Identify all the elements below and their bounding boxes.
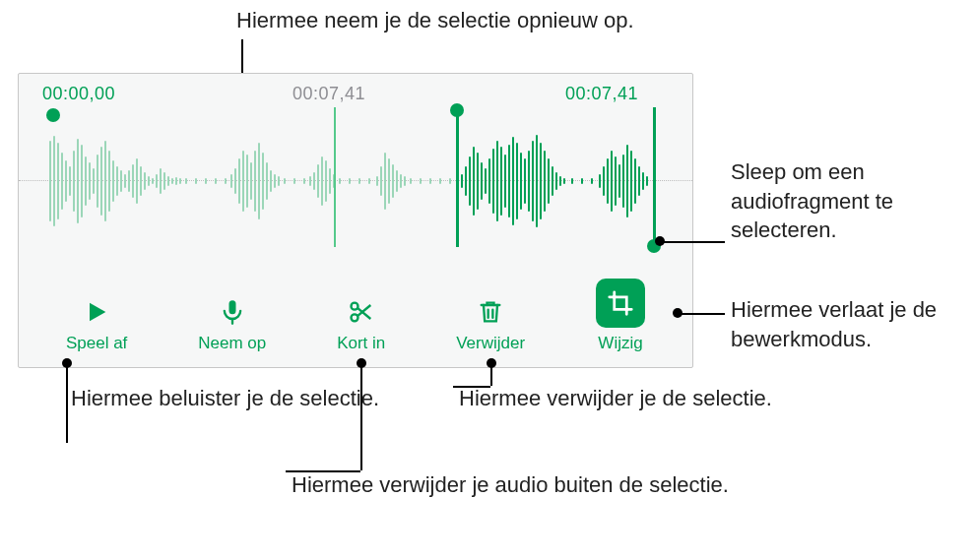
svg-point-3 — [613, 295, 617, 299]
leader-line — [360, 364, 362, 470]
leader-line — [453, 386, 490, 388]
scissors-icon — [348, 296, 375, 328]
trash-icon — [477, 296, 504, 328]
microphone-icon — [219, 296, 246, 328]
leader-line — [286, 470, 360, 472]
audio-editor-panel: 00:00,00 00:07,41 00:07,41 Speel af — [18, 73, 693, 368]
playhead[interactable] — [334, 107, 336, 247]
record-button[interactable]: Neem op — [198, 296, 266, 353]
leader-dot — [673, 308, 682, 318]
leader-dot — [655, 236, 665, 246]
callout-rerecord: Hiermee neem je de selectie opnieuw op. — [236, 6, 634, 35]
selection-left-bar[interactable] — [456, 107, 459, 247]
callout-trim: Hiermee verwijder je audio buiten de sel… — [292, 470, 729, 500]
callout-drag-select: Sleep om een audiofragment te selecteren… — [731, 157, 975, 245]
edit-toolbar: Speel af Neem op Kort in — [19, 279, 692, 353]
time-start-label: 00:00,00 — [42, 84, 115, 104]
play-label: Speel af — [66, 334, 127, 353]
time-end-label: 00:07,41 — [565, 84, 638, 104]
trim-label: Kort in — [337, 334, 385, 353]
selection-right-bar[interactable] — [653, 107, 656, 247]
svg-point-4 — [624, 307, 628, 311]
trim-button[interactable]: Kort in — [337, 296, 385, 353]
delete-label: Verwijder — [456, 334, 525, 353]
callout-delete: Hiermee verwijder je de selectie. — [459, 384, 772, 413]
selection-start-handle[interactable] — [450, 103, 464, 117]
leader-dot — [62, 358, 72, 368]
record-label: Neem op — [198, 334, 266, 353]
leader-line — [66, 364, 68, 443]
play-button[interactable]: Speel af — [66, 296, 127, 353]
callout-listen: Hiermee beluister je de selectie. — [71, 384, 379, 413]
callout-exit-edit: Hiermee verlaat je de bewerkmodus. — [731, 295, 975, 353]
waveform-selected — [460, 127, 653, 235]
leader-line — [680, 313, 725, 315]
leader-dot — [487, 358, 496, 368]
delete-button[interactable]: Verwijder — [456, 296, 525, 353]
play-icon — [83, 296, 110, 328]
crop-icon — [596, 279, 645, 328]
edit-label: Wijzig — [598, 334, 642, 353]
svg-rect-0 — [228, 300, 235, 314]
leader-line — [662, 241, 725, 243]
waveform-unselected — [48, 127, 456, 235]
timeline-start-marker[interactable] — [46, 108, 60, 122]
leader-dot — [357, 358, 366, 368]
edit-button[interactable]: Wijzig — [596, 279, 645, 353]
time-playhead-label: 00:07,41 — [292, 84, 365, 104]
